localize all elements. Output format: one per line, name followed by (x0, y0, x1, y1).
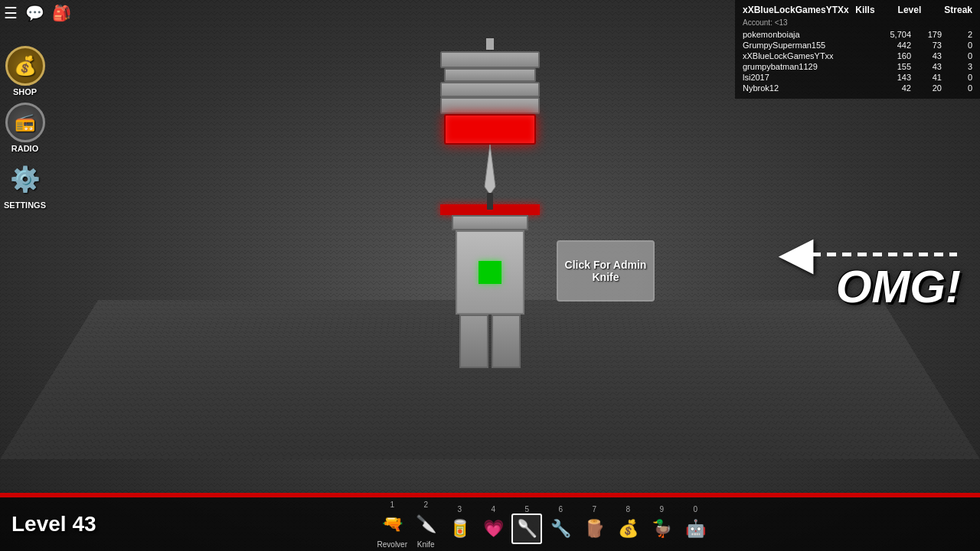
sb-kills: 442 (880, 41, 911, 50)
sb-kills: 143 (880, 73, 911, 82)
inventory-slot-9[interactable]: 9 🦆 (646, 505, 677, 544)
settings-button[interactable]: ⚙️ SETTINGS (4, 159, 46, 210)
sb-player-name: xXBlueLockGamesYTxx (743, 51, 880, 60)
sb-streak: 0 (942, 51, 972, 60)
slot-item-icon: 🔪 (410, 509, 441, 540)
inventory-slot-3[interactable]: 3 🥫 (444, 505, 475, 544)
sb-kills: 5,704 (880, 30, 911, 39)
radio-icon: 📻 (5, 103, 45, 142)
sb-streak: 0 (942, 41, 972, 50)
slot-number: 3 (457, 505, 462, 514)
slot-number: 8 (626, 505, 630, 514)
slot-item-icon: 🥄 (511, 514, 542, 544)
slot-item-icon: 🦆 (646, 514, 677, 544)
slot-number: 0 (693, 505, 697, 514)
slot-item-icon: 🪵 (579, 514, 609, 544)
settings-icon: ⚙️ (5, 159, 45, 199)
slot-item-icon: 🔫 (377, 509, 407, 540)
character-machine (440, 38, 540, 368)
right-leg (492, 315, 521, 368)
admin-knife-tooltip[interactable]: Click For Admin Knife (557, 240, 655, 302)
sb-level: 41 (911, 73, 942, 82)
left-sidebar: 💰 SHOP 📻 RADIO ⚙️ SETTINGS (4, 46, 46, 210)
sb-kills: 155 (880, 62, 911, 71)
sb-streak: 0 (942, 73, 972, 82)
scoreboard-row: xXBlueLockGamesYTxx 160 43 0 (743, 51, 972, 60)
sb-streak: 3 (942, 62, 972, 71)
sb-level: 43 (911, 62, 942, 71)
sb-level: 179 (911, 30, 942, 39)
inventory-slot-5[interactable]: 5 🥄 (511, 505, 542, 544)
slot-item-icon: 💗 (478, 514, 508, 544)
sb-kills: 160 (880, 51, 911, 60)
scoreboard-row: Nybrok12 42 20 0 (743, 83, 972, 93)
slot-number: 7 (592, 505, 596, 514)
inventory-slot-2[interactable]: 2 🔪 Knife (410, 500, 441, 549)
sb-player-name: Nybrok12 (743, 83, 880, 93)
omg-container: OMG! (836, 260, 961, 313)
block-top-2 (444, 68, 536, 82)
green-indicator (479, 261, 501, 284)
slot-item-label: Revolver (377, 540, 407, 549)
slot-number: 5 (524, 505, 529, 514)
shop-button[interactable]: 💰 SHOP (5, 46, 45, 96)
settings-label: SETTINGS (4, 201, 46, 210)
inventory-slot-4[interactable]: 4 💗 (478, 505, 508, 544)
slot-number: 4 (491, 505, 495, 514)
level-header: Level (898, 5, 922, 15)
game-canvas: ☰ 💬 🎒 💰 SHOP 📻 RADIO ⚙️ SETTINGS xXBlueL… (0, 0, 980, 551)
slot-item-icon: 🤖 (680, 514, 710, 544)
level-label: Level (11, 512, 67, 536)
shop-icon: 💰 (5, 46, 45, 86)
slot-item-icon: 💰 (612, 514, 643, 544)
streak-header: Streak (944, 5, 972, 15)
menu-icon[interactable]: ☰ (4, 4, 18, 22)
bag-icon[interactable]: 🎒 (52, 4, 71, 22)
chat-icon[interactable]: 💬 (25, 4, 44, 22)
kills-header: Kills (855, 5, 874, 15)
char-body (456, 230, 524, 315)
scoreboard-row: lsi2017 143 41 0 (743, 73, 972, 82)
omg-text: OMG! (836, 261, 961, 312)
inventory-slot-1[interactable]: 1 🔫 Revolver (377, 500, 407, 549)
sb-level: 73 (911, 41, 942, 50)
arrow-head: ◀ (779, 233, 812, 276)
inventory-slot-6[interactable]: 6 🔧 (545, 505, 576, 544)
slot-number: 6 (558, 505, 563, 514)
sb-kills: 42 (880, 83, 911, 93)
top-left-menu: ☰ 💬 🎒 (4, 4, 71, 22)
radio-button[interactable]: 📻 RADIO (5, 103, 45, 153)
bottom-hud: Level 43 1 🔫 Revolver 2 🔪 Knife 3 🥫 4 💗 … (0, 497, 980, 551)
radio-label: RADIO (11, 144, 38, 153)
left-leg (459, 315, 488, 368)
block-top-4 (440, 97, 540, 114)
scoreboard-rows: pokemonboiaja 5,704 179 2 GrumpySuperman… (743, 30, 972, 93)
slot-item-label: Knife (417, 540, 435, 549)
slot-number: 9 (659, 505, 664, 514)
slot-item-icon: 🥫 (444, 514, 475, 544)
shop-label: SHOP (13, 87, 37, 96)
knife-svg (479, 141, 501, 210)
inventory-slot-7[interactable]: 7 🪵 (579, 505, 609, 544)
account-info: Account: <13 (743, 18, 972, 27)
sb-level: 20 (911, 83, 942, 93)
scoreboard: xXBlueLockGamesYTXx Kills Level Streak A… (735, 0, 980, 99)
sb-streak: 0 (942, 83, 972, 93)
svg-rect-1 (487, 193, 493, 210)
sb-player-name: pokemonboiaja (743, 30, 880, 39)
block-top-1 (440, 51, 540, 68)
block-top-3 (440, 82, 540, 97)
inventory-slot-8[interactable]: 8 💰 (612, 505, 643, 544)
body-top-block (452, 215, 528, 230)
sb-level: 43 (911, 51, 942, 60)
slot-item-icon: 🔧 (545, 514, 576, 544)
inventory-slot-0[interactable]: 0 🤖 (680, 505, 710, 544)
sb-streak: 2 (942, 30, 972, 39)
slot-number: 2 (423, 500, 428, 509)
slot-number: 1 (390, 500, 394, 509)
scoreboard-row: pokemonboiaja 5,704 179 2 (743, 30, 972, 39)
svg-marker-0 (485, 145, 495, 194)
inventory-slots: 1 🔫 Revolver 2 🔪 Knife 3 🥫 4 💗 5 🥄 6 🔧 7… (108, 500, 980, 549)
dashed-line (812, 253, 957, 256)
scoreboard-row: grumpybatman1129 155 43 3 (743, 62, 972, 71)
